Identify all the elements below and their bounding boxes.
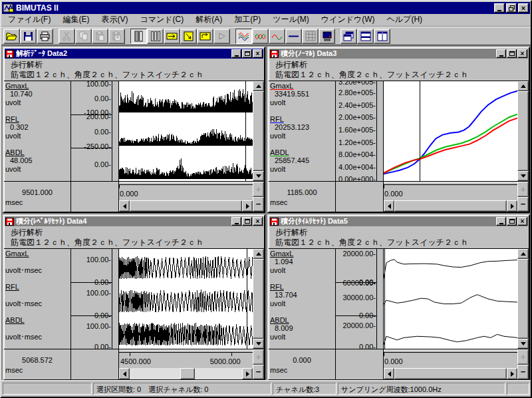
- window-maximize-button[interactable]: [507, 49, 517, 58]
- zoom-out-button[interactable]: −: [517, 197, 529, 212]
- horizontal-scroll-thumb[interactable]: [394, 200, 507, 212]
- window-close-button[interactable]: ×: [253, 217, 263, 226]
- menu-item-3[interactable]: コマンド(C): [134, 13, 190, 27]
- zoom-in-button[interactable]: +: [253, 182, 264, 197]
- app-close-button[interactable]: ×: [518, 3, 529, 13]
- menu-item-8[interactable]: ヘルプ(H): [381, 13, 429, 27]
- scroll-right-button[interactable]: [242, 368, 253, 379]
- zoom-out-button[interactable]: −: [517, 365, 529, 380]
- scroll-right-button[interactable]: [507, 368, 517, 379]
- menu-item-7[interactable]: ウインドウ(W): [315, 13, 381, 27]
- channel-value: 1.094: [270, 258, 335, 266]
- paste-link-button[interactable]: [108, 29, 125, 44]
- grid-button[interactable]: [302, 29, 319, 44]
- line-horizontal-button[interactable]: [285, 29, 302, 44]
- cascade-windows-button[interactable]: [340, 29, 357, 44]
- scroll-up-button[interactable]: [517, 249, 529, 259]
- horizontal-scroll-track[interactable]: [130, 368, 242, 379]
- wave-dual-button[interactable]: [252, 29, 269, 44]
- window-minimize-button[interactable]: [496, 217, 506, 226]
- menu-item-2[interactable]: 表示(V): [95, 13, 134, 27]
- print-button[interactable]: [37, 29, 53, 44]
- zoom-out-button[interactable]: −: [253, 197, 264, 212]
- window-minimize-button[interactable]: [496, 49, 506, 58]
- horizontal-scroll-thumb[interactable]: [130, 200, 242, 212]
- scale-diagonal-button[interactable]: [180, 29, 197, 44]
- scroll-up-button[interactable]: [517, 81, 529, 91]
- horizontal-scrollbar[interactable]: [119, 200, 253, 212]
- waveform-chart[interactable]: [119, 81, 253, 181]
- zoom-in-button[interactable]: +: [253, 349, 264, 365]
- horizontal-scroll-track[interactable]: [130, 200, 242, 212]
- window-close-button[interactable]: ×: [253, 49, 263, 58]
- waveform-chart[interactable]: [384, 81, 517, 181]
- scroll-down-button[interactable]: [253, 171, 264, 181]
- menu-item-5[interactable]: 加工(P): [228, 13, 267, 27]
- menu-item-0[interactable]: ファイル(F): [2, 13, 57, 27]
- scroll-down-button[interactable]: [517, 339, 529, 349]
- vertical-scroll-thumb[interactable]: [253, 259, 264, 339]
- save-button[interactable]: [20, 29, 37, 44]
- window-maximize-button[interactable]: [242, 217, 252, 226]
- window-minimize-button[interactable]: [231, 49, 241, 58]
- menu-item-6[interactable]: ツール(M): [267, 13, 315, 27]
- scroll-left-button[interactable]: [119, 200, 130, 212]
- scroll-right-button[interactable]: [242, 200, 253, 212]
- zoom-out-button[interactable]: −: [253, 365, 264, 380]
- horizontal-scrollbar[interactable]: [119, 368, 253, 379]
- horizontal-scrollbar[interactable]: [384, 200, 517, 212]
- horizontal-scrollbar[interactable]: [384, 368, 517, 379]
- menu-item-1[interactable]: 編集(E): [57, 13, 95, 27]
- vertical-scrollbar[interactable]: [253, 81, 264, 181]
- window-titlebar[interactable]: 積分(ﾀｲﾑﾘｾｯﾄ) Data5×: [269, 216, 528, 226]
- app-restore-button[interactable]: [506, 3, 517, 13]
- scroll-left-button[interactable]: [119, 368, 130, 379]
- window-minimize-button[interactable]: [231, 217, 241, 226]
- waveform-chart[interactable]: [119, 249, 253, 349]
- window-titlebar[interactable]: 積分(ﾉｰﾏﾙ) Data3×: [269, 49, 528, 59]
- open-button[interactable]: [3, 29, 20, 44]
- tile-vertical-button[interactable]: [374, 29, 390, 44]
- vertical-scroll-thumb[interactable]: [517, 259, 529, 339]
- wave-multi-button[interactable]: [235, 29, 252, 44]
- scroll-left-button[interactable]: [384, 200, 394, 212]
- horizontal-scroll-thumb[interactable]: [180, 368, 195, 379]
- paste-button[interactable]: [92, 29, 108, 44]
- scale-horizontal-button[interactable]: [164, 29, 180, 44]
- window-titlebar[interactable]: 解析ﾃﾞｰﾀ Data2×: [5, 49, 263, 59]
- tile-horizontal-button[interactable]: [357, 29, 374, 44]
- zoom-in-button[interactable]: +: [517, 349, 529, 365]
- minimize-icon: [499, 223, 503, 224]
- wave-single-button[interactable]: [269, 29, 285, 44]
- window-titlebar[interactable]: 積分(ﾚﾍﾞﾙﾘｾｯﾄ) Data4×: [5, 216, 263, 226]
- zoom-in-button[interactable]: +: [517, 182, 529, 197]
- window-maximize-button[interactable]: [507, 217, 517, 226]
- view-vertical-bars-button[interactable]: [147, 29, 164, 44]
- scroll-left-button[interactable]: [384, 368, 394, 379]
- horizontal-scroll-track[interactable]: [394, 368, 507, 379]
- window-maximize-button[interactable]: [242, 49, 252, 58]
- horizontal-scroll-track[interactable]: [394, 200, 507, 212]
- monitor-button[interactable]: [319, 29, 335, 44]
- scroll-right-button[interactable]: [507, 200, 517, 212]
- copy-button[interactable]: [75, 29, 92, 44]
- vertical-scrollbar[interactable]: [517, 81, 529, 181]
- scroll-down-button[interactable]: [253, 339, 264, 349]
- window-close-button[interactable]: ×: [517, 217, 527, 226]
- app-minimize-button[interactable]: [494, 3, 505, 13]
- menu-item-4[interactable]: 解析(A): [190, 13, 228, 27]
- scroll-up-button[interactable]: [253, 249, 264, 259]
- scroll-up-button[interactable]: [253, 81, 264, 91]
- vertical-scroll-thumb[interactable]: [517, 91, 529, 171]
- cut-button[interactable]: [59, 29, 75, 44]
- scroll-down-button[interactable]: [517, 171, 529, 181]
- vertical-scrollbar[interactable]: [253, 249, 264, 349]
- horizontal-scroll-thumb[interactable]: [394, 368, 507, 379]
- play-button[interactable]: [213, 29, 230, 44]
- vertical-scroll-thumb[interactable]: [253, 91, 264, 171]
- scale-frame-button[interactable]: [197, 29, 213, 44]
- vertical-scrollbar[interactable]: [517, 249, 529, 349]
- window-close-button[interactable]: ×: [517, 49, 527, 58]
- waveform-chart[interactable]: [384, 249, 517, 349]
- view-overlay-button[interactable]: [130, 29, 147, 44]
